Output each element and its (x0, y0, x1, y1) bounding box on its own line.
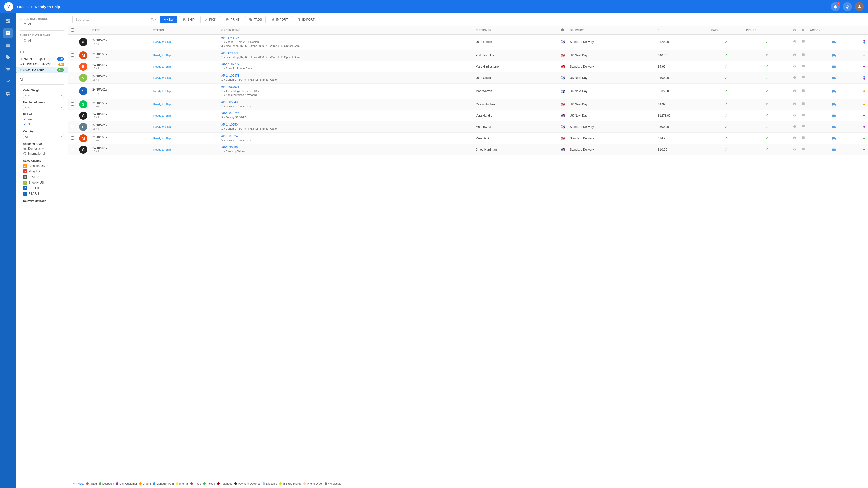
row-checkbox-cell[interactable] (68, 121, 77, 132)
app-logo[interactable]: V (4, 2, 13, 11)
row-checkbox-cell[interactable] (68, 99, 77, 110)
truck-icon[interactable] (832, 125, 836, 128)
avatar-button[interactable] (855, 2, 864, 11)
row-checkbox-cell[interactable] (68, 144, 77, 155)
row-checkbox-cell[interactable] (68, 132, 77, 144)
print-icon[interactable] (793, 76, 796, 79)
row-truck-cell[interactable] (807, 121, 861, 132)
tags-button[interactable]: TAGS (245, 16, 266, 23)
fba-uk-row[interactable]: F FBA UK (23, 185, 64, 191)
row-msg-cell[interactable] (799, 110, 807, 121)
amazon-uk-row[interactable]: A Amazon UK ▾ (23, 163, 64, 169)
row-msg-cell[interactable] (799, 132, 807, 144)
col-status[interactable]: STATUS (151, 26, 219, 34)
row-truck-cell[interactable] (807, 144, 861, 155)
order-link[interactable]: #P-14102504 (221, 123, 240, 127)
nav-list[interactable] (3, 40, 13, 50)
nav-analytics[interactable] (3, 76, 13, 87)
truck-icon[interactable] (832, 102, 836, 106)
print-icon[interactable] (793, 102, 796, 106)
row-truck-cell[interactable] (807, 50, 861, 61)
col-paid[interactable]: PAID (709, 26, 744, 34)
new-button[interactable]: + NEW (160, 16, 177, 23)
payment-required-row[interactable]: PAYMENT REQUIRED 120 (16, 56, 68, 62)
search-button[interactable] (149, 15, 158, 23)
col-order-items[interactable]: ORDER ITEMS (219, 26, 473, 34)
print-icon[interactable] (793, 147, 796, 151)
row-print-cell[interactable] (790, 84, 799, 99)
country-select[interactable]: All ▾ (23, 134, 64, 139)
message-icon[interactable] (801, 53, 805, 57)
message-icon[interactable] (801, 147, 805, 151)
message-icon[interactable] (801, 136, 805, 139)
print-icon[interactable] (793, 40, 796, 43)
row-checkbox[interactable] (71, 53, 74, 57)
international-row[interactable]: International (23, 151, 64, 156)
row-msg-cell[interactable] (799, 50, 807, 61)
truck-icon[interactable] (832, 89, 836, 93)
order-link[interactable]: #P-14298595 (221, 51, 240, 55)
row-truck-cell[interactable] (807, 99, 861, 110)
message-icon[interactable] (801, 64, 805, 68)
row-truck-cell[interactable] (807, 34, 861, 50)
row-print-cell[interactable] (790, 99, 799, 110)
nav-dashboard[interactable] (3, 16, 13, 26)
ebay-uk-row[interactable]: e eBay UK (23, 169, 64, 174)
row-checkbox[interactable] (71, 102, 74, 106)
message-icon[interactable] (801, 125, 805, 128)
message-icon[interactable] (801, 76, 805, 79)
row-msg-cell[interactable] (799, 84, 807, 99)
all-filter-row[interactable]: All (16, 77, 68, 83)
nav-tag[interactable] (3, 52, 13, 62)
print-icon[interactable] (793, 89, 796, 93)
truck-icon[interactable] (832, 40, 836, 43)
row-truck-cell[interactable] (807, 72, 861, 84)
row-checkbox-cell[interactable] (68, 50, 77, 61)
truck-icon[interactable] (832, 147, 836, 151)
message-icon[interactable] (801, 40, 805, 43)
message-icon[interactable] (801, 102, 805, 106)
row-msg-cell[interactable] (799, 99, 807, 110)
truck-icon[interactable] (832, 113, 836, 117)
row-print-cell[interactable] (790, 121, 799, 132)
row-checkbox-cell[interactable] (68, 84, 77, 99)
row-msg-cell[interactable] (799, 34, 807, 50)
order-weight-select[interactable]: Any ▾ (23, 93, 64, 98)
nav-settings[interactable] (3, 89, 13, 99)
select-all-checkbox[interactable] (71, 28, 74, 32)
waiting-for-stock-row[interactable]: WAITING FOR STOCK 28 (16, 62, 68, 67)
ready-to-ship-row[interactable]: READY TO SHIP 234 (16, 67, 68, 73)
row-truck-cell[interactable] (807, 110, 861, 121)
row-checkbox-cell[interactable] (68, 61, 77, 72)
truck-icon[interactable] (832, 76, 836, 79)
row-checkbox-cell[interactable] (68, 34, 77, 50)
row-print-cell[interactable] (790, 132, 799, 144)
row-checkbox[interactable] (71, 148, 74, 151)
row-truck-cell[interactable] (807, 61, 861, 72)
row-checkbox[interactable] (71, 136, 74, 139)
row-checkbox[interactable] (71, 40, 74, 43)
row-print-cell[interactable] (790, 34, 799, 50)
col-date[interactable]: DATE (90, 26, 151, 34)
row-msg-cell[interactable] (799, 61, 807, 72)
row-checkbox[interactable] (71, 89, 74, 92)
print-icon[interactable] (793, 113, 796, 117)
print-button[interactable]: PRINT (222, 16, 243, 23)
row-print-cell[interactable] (790, 110, 799, 121)
shopify-us-row[interactable]: S Shopify US (23, 180, 64, 185)
sync-button[interactable] (843, 2, 852, 11)
print-icon[interactable] (793, 125, 796, 128)
order-date-range-value[interactable]: All (20, 21, 64, 27)
nav-orders[interactable] (3, 28, 13, 38)
add-tag-button[interactable]: ＋ + ADD (72, 482, 84, 486)
row-checkbox[interactable] (71, 76, 74, 79)
order-link[interactable]: #P-13315248 (221, 134, 240, 138)
row-msg-cell[interactable] (799, 144, 807, 155)
order-link[interactable]: #P-14182772 (221, 63, 240, 66)
search-input[interactable] (72, 15, 158, 23)
ship-button[interactable]: SHIP (179, 16, 198, 23)
order-link[interactable]: #P-10040724 (221, 111, 240, 115)
fba-us-row[interactable]: F FBA US (23, 191, 64, 196)
row-print-cell[interactable] (790, 72, 799, 84)
message-icon[interactable] (801, 89, 805, 93)
